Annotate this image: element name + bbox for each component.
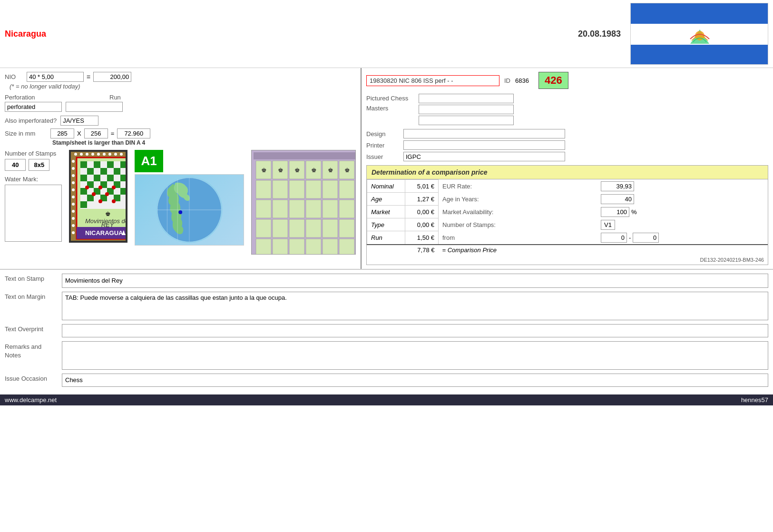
comp-value-age: 1,27 € (405, 193, 439, 206)
size-note: Stamp/sheet is larger than DIN A 4 (52, 139, 356, 146)
footer-left: www.delcampe.net (5, 396, 57, 404)
comp-desc-nominal: EUR Rate: (439, 180, 597, 193)
svg-rect-112 (273, 180, 288, 198)
text-on-margin-textarea[interactable]: TAB: Puede moverse a calquiera de las ca… (62, 292, 768, 320)
size-x: X (77, 130, 81, 137)
svg-rect-64 (94, 175, 100, 181)
svg-rect-62 (127, 168, 127, 175)
pictured-fields (419, 94, 514, 125)
id-badge: 426 (538, 72, 568, 89)
num-stamps-label: Number of Stamps (5, 150, 62, 157)
svg-rect-102 (254, 152, 356, 159)
nominal-value-input[interactable] (93, 72, 131, 82)
svg-point-8 (86, 153, 88, 156)
comp-desc-age: Age in Years: (439, 193, 597, 206)
size-width-input[interactable] (50, 128, 74, 138)
svg-rect-55 (80, 161, 87, 168)
nominal-formula-input[interactable] (27, 72, 84, 82)
pictured-label: IDPictured Chess Masters (366, 94, 414, 114)
pictured-field-2[interactable] (419, 105, 514, 114)
svg-rect-111 (256, 180, 271, 198)
svg-rect-63 (80, 175, 87, 181)
also-imperforated-input[interactable] (60, 116, 98, 126)
comp-label-type: Type (367, 218, 405, 231)
design-input[interactable] (403, 129, 565, 138)
size-eq: = (111, 130, 115, 137)
comp-input-type: V1 (597, 218, 768, 231)
remarks-label: Remarks and Notes (5, 341, 57, 360)
svg-rect-122 (306, 200, 321, 218)
svg-point-27 (126, 241, 127, 243)
text-on-stamp-label: Text on Stamp (5, 274, 57, 282)
size-row: Size in mm X = (5, 128, 356, 138)
svg-rect-139 (323, 239, 338, 255)
size-height-input[interactable] (84, 128, 108, 138)
comp-value-nominal: 5,01 € (405, 180, 439, 193)
section-upper: NIO = (* = no longer valid today) Perfor… (0, 68, 773, 269)
stamps-images-area: Number of Stamps 40 8x5 Water Mark: (5, 150, 356, 255)
size-area-input[interactable] (117, 128, 150, 138)
run-to-input[interactable] (633, 233, 659, 243)
svg-rect-116 (339, 180, 354, 198)
text-on-stamp-input[interactable] (62, 274, 768, 288)
svg-point-19 (80, 241, 83, 243)
issue-occasion-input[interactable] (62, 374, 768, 387)
comp-value-type: 0,00 € (405, 218, 439, 231)
svg-point-9 (91, 153, 94, 156)
svg-point-18 (74, 241, 77, 243)
pictured-field-1[interactable] (419, 94, 514, 103)
svg-text:♚: ♚ (278, 167, 284, 174)
comp-row-type: Type 0,00 € Number of Stamps: V1 (367, 218, 768, 231)
pictured-field-3[interactable] (419, 116, 514, 125)
svg-point-15 (126, 153, 127, 156)
nominal-note: (* = no longer valid today) (10, 83, 356, 90)
watermark-box (5, 185, 62, 242)
svg-rect-135 (256, 239, 271, 255)
svg-point-10 (97, 153, 100, 156)
eur-rate-input[interactable] (601, 181, 634, 191)
svg-rect-57 (107, 161, 114, 168)
col-right: ID 6836 426 IDPictured Chess Masters Des… (362, 68, 773, 269)
svg-text:♚: ♚ (261, 167, 267, 174)
stamp-thumbnail: ♚ Movimientos del REY NICARAGUA ♟5.00 (69, 150, 127, 243)
run-from-input[interactable] (601, 233, 627, 243)
sheet-thumbnail: ♚ ♚ ♚ ♚ ♚ ♚ ♚ ♚ (251, 150, 356, 255)
run-label: Run (109, 94, 121, 101)
svg-point-30 (72, 160, 75, 163)
perforation-input[interactable] (5, 102, 62, 112)
svg-point-20 (86, 241, 88, 243)
svg-point-12 (108, 153, 111, 156)
text-on-margin-label: Text on Margin (5, 292, 57, 300)
svg-rect-124 (339, 200, 354, 218)
comp-total-label: = Comparison Price (439, 245, 768, 255)
date-title: 20.08.1983 (578, 29, 621, 39)
svg-text:NICARAGUA: NICARAGUA (85, 229, 123, 236)
market-availability-input[interactable] (601, 207, 629, 217)
issuer-input[interactable] (403, 152, 565, 161)
run-input[interactable] (66, 102, 123, 112)
comparison-table: Nominal 5,01 € EUR Rate: Age 1,27 € Age … (367, 179, 768, 255)
svg-point-37 (72, 210, 75, 213)
run-dash: - (629, 234, 631, 241)
v1-badge: V1 (601, 220, 615, 230)
printer-label: Printer (366, 142, 400, 149)
percent-sign: % (631, 208, 637, 216)
age-years-input[interactable] (601, 194, 634, 204)
globe-image (135, 174, 244, 246)
printer-input[interactable] (403, 140, 565, 150)
svg-rect-78 (127, 195, 127, 201)
comp-row-total: 7,78 € = Comparison Price (367, 245, 768, 255)
nominal-label: NIO (5, 73, 24, 80)
comp-value-market: 0,00 € (405, 206, 439, 218)
comp-row-age: Age 1,27 € Age in Years: (367, 193, 768, 206)
svg-point-36 (72, 203, 75, 206)
pictured-section: IDPictured Chess Masters (366, 94, 768, 125)
svg-rect-123 (323, 200, 338, 218)
svg-point-83 (105, 192, 109, 196)
catalog-id-input[interactable] (366, 75, 499, 86)
catalog-row: ID 6836 426 (366, 72, 768, 89)
printer-row: Printer (366, 140, 768, 150)
comp-row-market: Market 0,00 € Market Availability: % (367, 206, 768, 218)
remarks-textarea[interactable] (62, 341, 768, 370)
text-overprint-input[interactable] (62, 324, 768, 337)
